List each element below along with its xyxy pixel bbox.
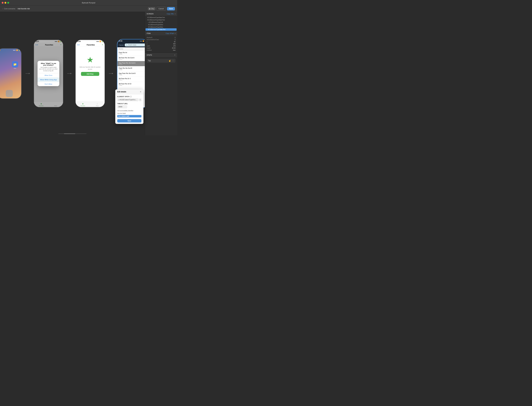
item-fields: displayID 1 horizontalSizeClass 1 x 42 y… (145, 35, 177, 52)
edit-details-header: Edit details ✕ (115, 89, 143, 94)
tree-item-3[interactable]: XCUIElementTypeOther (145, 23, 177, 26)
copy-xpath-button[interactable]: Copy XPath (166, 33, 174, 34)
phone1-wifi-icon: 📶 (0, 49, 0, 51)
save-details-button[interactable]: Save (117, 119, 141, 123)
dry-label: Dry (151, 8, 154, 10)
cancel-button[interactable]: Cancel (156, 7, 166, 11)
stop-opp-pasir-exit-b[interactable]: Opp Pasir Ris Stn Exit B 77031 (117, 72, 145, 77)
stop-code-1: 77171 (119, 58, 145, 60)
phone1-wifi-status: 📶 (16, 49, 18, 51)
y-value: 433 (173, 43, 175, 45)
stop-aft-pasir-st-53[interactable]: Aft Pasir Ris St 53 77321 (117, 82, 145, 87)
phone-1: 📶 ●●● 📶 🔋 📁 Files (0, 48, 22, 99)
edit-details-close-button[interactable]: ✕ (140, 91, 141, 93)
close-light[interactable] (2, 2, 4, 4)
y-label: y (147, 43, 147, 45)
stop-pasir-exit-b[interactable]: Pasir Ris Stn Exit B 77039 (117, 66, 145, 72)
phone3-add-btn[interactable]: + (102, 44, 103, 46)
phone4-cancel-btn[interactable]: Cancel (119, 44, 124, 46)
timeout-label: TIMEOUT (MS) (117, 103, 141, 104)
stop-opp-pasir-exit-a[interactable]: Opp Pasir Ris Stn Exit A 77179 (117, 61, 145, 66)
arrow-line-3 (109, 73, 113, 74)
phone3-favorites-tab[interactable]: ★ Favorites (76, 103, 90, 106)
display-id-value: 1 (175, 37, 175, 38)
stop-aft-pasir-exit-a[interactable]: Aft Pasir Ris Stn Exit A 77171 (117, 56, 145, 61)
phone3-screen: 10:39 ●●● 📶 🔋 Edit Favorites + ★ (76, 40, 105, 107)
text-label-option[interactable]: Use text label (117, 112, 141, 115)
step-icons: ☝ ⋮ (168, 59, 174, 62)
accessibility-option[interactable]: Use accessibility identifier (117, 110, 141, 112)
stop-name-4: Opp Pasir Ris Stn Exit B (119, 72, 145, 74)
phone-2: 12:27 ●●● 📶 🔋 Edit Favorites + (34, 40, 63, 107)
dry-button[interactable]: ▶ Dry (148, 7, 155, 10)
copy-xml-button[interactable]: Copy XML (167, 13, 174, 15)
stop-pasir-ris-int[interactable]: Pasir Ris Int 77009 (117, 51, 145, 56)
breadcrumb: □ Core scenarios / Add favorite ride (2, 8, 147, 10)
screen-section: SCREEN Copy XML ▾ XCUIElementTypeStaticT… (145, 12, 177, 31)
phone4-battery: 🔋 (145, 40, 145, 42)
phone3-stops-tab[interactable]: ○ Stops (90, 103, 105, 106)
path-options: Use accessibility identifier Use text la… (117, 110, 141, 117)
xpath-row: ▾ (117, 98, 141, 101)
arrow-line-2 (67, 73, 71, 74)
step-tap[interactable]: Tap ☝ ⋮ (147, 59, 175, 63)
info-icon[interactable]: i (130, 96, 132, 97)
add-stop-button[interactable]: Add Stop (81, 72, 99, 76)
arrow-2 (67, 73, 71, 74)
files-app-icon[interactable]: 📁 (12, 61, 18, 67)
chevron-down-icon[interactable]: ▾ (175, 13, 175, 15)
save-button[interactable]: Save (167, 7, 175, 10)
big-star-icon: ★ (87, 55, 94, 64)
timeout-input[interactable] (117, 105, 127, 108)
toolbar-right: Cancel Save (156, 7, 175, 11)
toolbar: □ Core scenarios / Add favorite ride ▶ D… (0, 6, 177, 12)
stop-code-6: 77321 (119, 85, 145, 86)
stop-aft-pasir-dr-3[interactable]: Aft Pasir Ris Dr 3 77371 (117, 77, 145, 82)
minimize-light[interactable] (5, 2, 6, 4)
folder-icon: 📁 (13, 63, 17, 66)
fullscreen-light[interactable] (7, 2, 9, 4)
xpath-dropdown[interactable]: ▾ (139, 98, 141, 101)
steps-header: STEPS + (145, 53, 177, 58)
steps-title: STEPS (147, 54, 152, 56)
allow-while-using-btn[interactable]: Allow While Using App (38, 78, 59, 82)
dont-allow-btn[interactable]: Don't Allow (38, 82, 59, 86)
item-header: ITEM Copy XPath ▾ (145, 31, 177, 35)
x-value: 42 (174, 41, 175, 43)
phone1-screen: 📶 ●●● 📶 🔋 📁 Files (0, 49, 21, 98)
phone-3: 10:39 ●●● 📶 🔋 Edit Favorites + ★ (75, 40, 105, 107)
item-chevron-icon[interactable]: ▾ (175, 33, 175, 34)
phone3-edit-btn[interactable]: Edit (77, 44, 80, 46)
canvas-scrollbar[interactable] (58, 133, 86, 134)
ellipsis-icon[interactable]: ⋮ (172, 59, 174, 62)
tree-item-5[interactable]: XCUIElementTypeStaticText (146, 28, 177, 31)
search-bar[interactable]: 🔍 Search stops (125, 44, 145, 46)
tree-item-2[interactable]: • XCUIElementTypeCell (145, 21, 177, 23)
tree-item-0[interactable]: XCUIElementTypeStaticText (145, 16, 177, 19)
phone1-signal-icon: ●●● (13, 49, 15, 51)
add-step-icon[interactable]: + (174, 54, 175, 56)
stop-name-3: Pasir Ris Stn Exit B (119, 67, 145, 69)
traffic-lights (2, 2, 9, 4)
width-label: width (147, 45, 150, 47)
breadcrumb-parent[interactable]: Core scenarios (4, 8, 15, 10)
stop-name-1: Aft Pasir Ris Stn Exit A (119, 57, 145, 58)
right-panel: SCREEN Copy XML ▾ XCUIElementTypeStaticT… (145, 12, 177, 135)
phone1-battery-icon: 🔋 (18, 49, 20, 51)
tree-item-1[interactable]: XCUIElementTypeStaticText (145, 19, 177, 21)
edit-details-title: Edit details (117, 91, 126, 93)
phone3-nav: Edit Favorites + (76, 43, 105, 47)
tree-item-4[interactable]: XCUIElementTypeOther (145, 26, 177, 28)
phone4-signal: ●●● (140, 40, 142, 42)
allow-once-btn[interactable]: Allow Once (38, 73, 59, 78)
phone4-status: ●●● 📶 🔋 (140, 40, 145, 42)
stop-code-2: 77179 (119, 64, 145, 65)
xpath-input[interactable] (117, 98, 139, 101)
relative-path-option[interactable]: Use relative path (117, 115, 141, 117)
files-app-label: Files (11, 68, 19, 69)
file-icon: □ (2, 8, 3, 10)
stop-code-0: 77009 (119, 53, 145, 55)
edit-details-body: ELEMENT XPATH i ▾ TIMEOUT (MS) Use acces… (115, 94, 143, 124)
app-title: Bytesalt Runpad (82, 2, 95, 4)
stop-name-2: Opp Pasir Ris Stn Exit A (119, 62, 145, 64)
